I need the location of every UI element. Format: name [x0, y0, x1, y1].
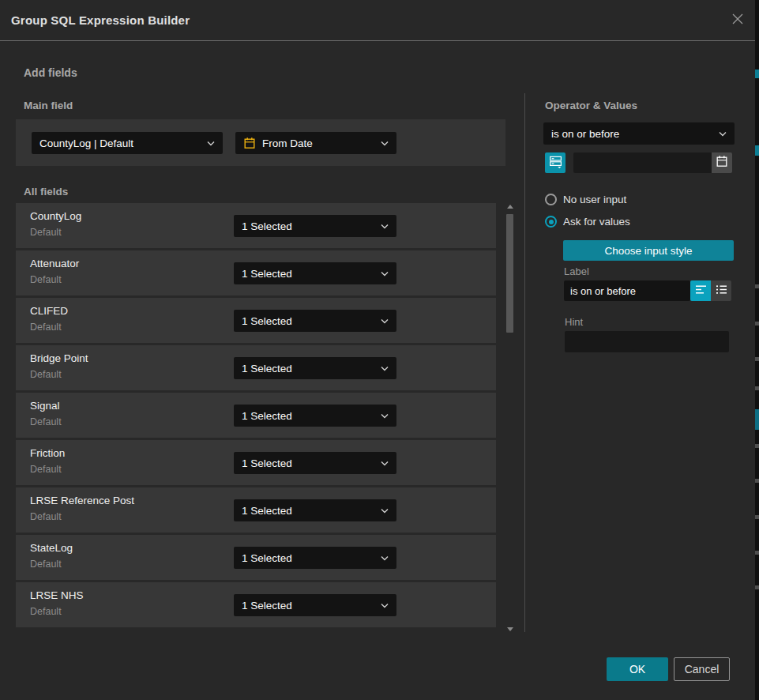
- label-input[interactable]: [564, 280, 690, 301]
- field-name: StateLog: [30, 542, 73, 554]
- field-sublabel: Default: [30, 464, 62, 475]
- main-field-select[interactable]: From Date: [235, 132, 396, 154]
- operator-select[interactable]: is on or before: [543, 122, 735, 145]
- field-name: Attenuator: [30, 258, 79, 269]
- cancel-button[interactable]: Cancel: [674, 657, 730, 681]
- field-selection-select[interactable]: 1 Selected: [234, 499, 396, 521]
- main-field-select-value: From Date: [262, 137, 376, 149]
- operator-select-value: is on or before: [551, 128, 714, 140]
- chevron-down-icon: [381, 413, 389, 419]
- main-field-label: Main field: [24, 100, 73, 111]
- text-input-style-icon: [695, 284, 707, 298]
- calendar-picker-icon: [716, 155, 728, 171]
- radio-no-user-input[interactable]: No user input: [545, 194, 626, 205]
- field-row: CLIFED Default 1 Selected: [16, 298, 496, 343]
- calendar-icon: [243, 137, 256, 149]
- field-selection-value: 1 Selected: [242, 552, 376, 564]
- field-name: Bridge Point: [30, 352, 88, 364]
- field-row: StateLog Default 1 Selected: [16, 535, 496, 580]
- add-fields-heading: Add fields: [24, 66, 77, 79]
- field-selection-select[interactable]: 1 Selected: [234, 405, 396, 427]
- field-selection-value: 1 Selected: [242, 220, 376, 232]
- field-sublabel: Default: [30, 227, 62, 238]
- field-selection-select[interactable]: 1 Selected: [234, 357, 396, 379]
- field-selection-select[interactable]: 1 Selected: [234, 594, 396, 616]
- field-selection-value: 1 Selected: [242, 268, 376, 280]
- field-selection-value: 1 Selected: [242, 457, 376, 469]
- field-row: LRSE NHS Default 1 Selected: [16, 582, 496, 627]
- background-app-edge: [755, 0, 759, 700]
- field-row: Signal Default 1 Selected: [16, 393, 496, 438]
- radio-ask-for-values-label: Ask for values: [563, 216, 630, 228]
- field-selection-select[interactable]: 1 Selected: [234, 452, 396, 474]
- date-value-input[interactable]: [573, 152, 712, 173]
- field-name: LRSE NHS: [30, 589, 84, 601]
- chevron-down-icon: [381, 318, 389, 324]
- operator-values-heading: Operator & Values: [545, 100, 637, 111]
- field-row: CountyLog Default 1 Selected: [16, 203, 496, 248]
- list-input-style-icon: [716, 284, 727, 298]
- field-sublabel: Default: [30, 274, 62, 285]
- field-row: LRSE Reference Post Default 1 Selected: [16, 487, 496, 533]
- radio-ask-for-values[interactable]: Ask for values: [545, 216, 630, 228]
- field-selection-select[interactable]: 1 Selected: [234, 310, 396, 332]
- hint-input[interactable]: [565, 331, 729, 352]
- chevron-down-icon: [207, 141, 215, 146]
- field-sublabel: Default: [30, 322, 62, 333]
- radio-unchecked-icon: [545, 194, 557, 205]
- chevron-down-icon: [381, 224, 389, 229]
- input-type-picker-icon: [549, 155, 562, 171]
- field-selection-value: 1 Selected: [242, 315, 376, 327]
- chevron-down-icon: [381, 141, 389, 146]
- field-selection-value: 1 Selected: [242, 505, 376, 517]
- close-button[interactable]: [730, 13, 746, 28]
- field-sublabel: Default: [30, 559, 62, 570]
- field-row: Friction Default 1 Selected: [16, 440, 496, 485]
- field-row: Bridge Point Default 1 Selected: [16, 345, 496, 390]
- chevron-down-icon: [381, 271, 389, 277]
- field-selection-value: 1 Selected: [242, 363, 376, 374]
- ok-button[interactable]: OK: [607, 657, 668, 681]
- dialog-title: Group SQL Expression Builder: [11, 0, 190, 41]
- field-name: CountyLog: [30, 210, 81, 222]
- date-picker-button[interactable]: [712, 152, 732, 173]
- scrollbar-down-icon[interactable]: [506, 626, 513, 632]
- field-sublabel: Default: [30, 606, 62, 617]
- field-name: LRSE Reference Post: [30, 495, 134, 506]
- main-layer-select-value: CountyLog | Default: [39, 137, 202, 149]
- field-sublabel: Default: [30, 511, 62, 522]
- input-type-picker-button[interactable]: [545, 152, 565, 173]
- choose-input-style-button[interactable]: Choose input style: [563, 240, 734, 261]
- chevron-down-icon: [381, 461, 389, 466]
- list-input-style-toggle[interactable]: [711, 280, 731, 301]
- field-sublabel: Default: [30, 369, 62, 380]
- field-sublabel: Default: [30, 416, 62, 427]
- all-fields-list: CountyLog Default 1 Selected Attenuator …: [16, 203, 496, 630]
- label-field-label: Label: [564, 265, 589, 277]
- main-field-panel: CountyLog | Default From Date: [16, 119, 505, 166]
- chevron-down-icon: [381, 508, 389, 514]
- hint-field-label: Hint: [565, 316, 583, 328]
- field-name: Friction: [30, 447, 65, 459]
- panel-divider: [524, 93, 525, 632]
- field-selection-select[interactable]: 1 Selected: [234, 215, 396, 237]
- radio-no-user-input-label: No user input: [563, 194, 626, 205]
- field-name: CLIFED: [30, 305, 68, 317]
- field-row: Attenuator Default 1 Selected: [16, 250, 496, 295]
- field-name: Signal: [30, 400, 60, 412]
- field-selection-value: 1 Selected: [242, 410, 376, 422]
- field-selection-select[interactable]: 1 Selected: [234, 547, 396, 569]
- radio-checked-icon: [545, 216, 557, 228]
- fields-scrollbar[interactable]: [506, 203, 513, 632]
- text-input-style-toggle[interactable]: [690, 280, 711, 301]
- chevron-down-icon: [381, 603, 389, 608]
- field-selection-select[interactable]: 1 Selected: [234, 262, 396, 284]
- close-icon: [731, 12, 745, 29]
- chevron-down-icon: [719, 131, 727, 137]
- chevron-down-icon: [381, 555, 389, 561]
- scrollbar-thumb[interactable]: [506, 214, 513, 333]
- field-selection-value: 1 Selected: [242, 600, 376, 612]
- scrollbar-up-icon[interactable]: [506, 203, 513, 209]
- all-fields-label: All fields: [24, 186, 68, 198]
- main-layer-select[interactable]: CountyLog | Default: [32, 132, 223, 154]
